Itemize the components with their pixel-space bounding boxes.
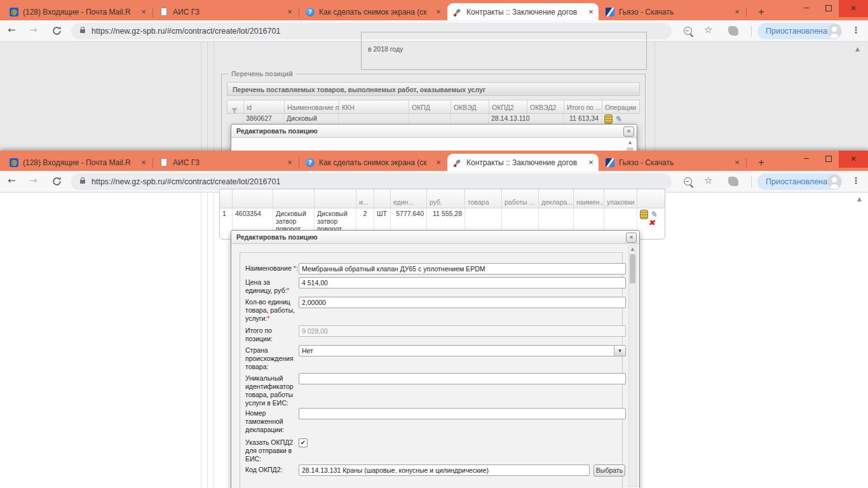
qty-input[interactable] — [299, 297, 626, 308]
col-okpd[interactable]: ОКПД — [409, 100, 451, 113]
scroll-up-icon[interactable] — [629, 246, 636, 253]
minimize-button[interactable] — [796, 0, 817, 17]
customs-input[interactable] — [299, 408, 626, 419]
restore-button[interactable] — [817, 151, 839, 168]
tab-close-icon[interactable] — [586, 7, 596, 17]
scroll-thumb[interactable] — [630, 254, 635, 283]
url-text[interactable]: https://new.gz-spb.ru/#cm/contract/creat… — [92, 27, 280, 36]
page-scroll-up-icon[interactable] — [855, 46, 860, 52]
col-pack[interactable]: упаковки — [604, 189, 637, 208]
extension-icon[interactable] — [728, 26, 738, 36]
col-okpd2[interactable]: ОКПД2 — [489, 100, 527, 113]
reload-icon[interactable] — [52, 177, 62, 189]
tab-screenshot-help[interactable]: Как сделать снимок экрана (ск — [300, 3, 446, 20]
dialog-scrollbar[interactable] — [626, 139, 634, 151]
col-name[interactable] — [315, 189, 356, 208]
avatar[interactable] — [827, 175, 841, 189]
col-total[interactable]: руб. — [427, 189, 465, 208]
col-name[interactable]: Наименование пози... — [285, 100, 339, 113]
minimize-button[interactable] — [796, 151, 817, 168]
history-icon[interactable] — [604, 114, 613, 124]
edit-pencil-icon[interactable] — [614, 115, 621, 124]
dialog-close-icon[interactable] — [623, 126, 634, 137]
back-icon[interactable]: ← — [8, 24, 16, 36]
tab-screenshot-help[interactable]: Как сделать снимок экрана (ск — [300, 154, 446, 171]
tab-close-icon[interactable] — [139, 7, 149, 17]
gavel-icon — [453, 8, 462, 17]
edit-pencil-icon[interactable] — [650, 211, 657, 219]
tab-close-icon[interactable] — [732, 7, 742, 17]
avatar[interactable] — [827, 24, 841, 38]
bookmark-star-icon[interactable] — [704, 175, 712, 186]
uid-input[interactable] — [299, 373, 626, 384]
col-okved2[interactable]: ОКВЭД2 — [527, 100, 564, 113]
tab-mailru[interactable]: (128) Входящие - Почта Mail.R — [4, 154, 151, 171]
reload-icon[interactable] — [52, 26, 62, 38]
col-qty[interactable]: и... — [356, 189, 374, 208]
tab-gyazo[interactable]: Гьязо - Скачать — [600, 154, 745, 171]
tab-close-icon[interactable] — [433, 158, 444, 168]
chevron-down-icon[interactable] — [614, 346, 625, 356]
tab-gyazo[interactable]: Гьязо - Скачать — [600, 3, 745, 20]
okpd2-input[interactable] — [299, 464, 590, 476]
col-tradename[interactable]: наимен... — [574, 189, 604, 208]
splitter-line[interactable] — [207, 193, 208, 488]
filter-funnel-icon[interactable] — [227, 100, 244, 113]
col-okved[interactable]: ОКВЭД — [451, 100, 489, 113]
bookmark-star-icon[interactable] — [704, 24, 712, 36]
name-input[interactable] — [299, 263, 626, 274]
tab-ais-gz[interactable]: АИС ГЗ — [154, 3, 297, 20]
address-bar[interactable]: https://new.gz-spb.ru/#cm/contract/creat… — [71, 173, 672, 190]
page-scroll-up-icon[interactable] — [857, 196, 862, 202]
profile-button[interactable]: Приостановлена — [757, 173, 842, 190]
extension-icon[interactable] — [728, 177, 738, 186]
choose-button[interactable]: Выбрать — [593, 464, 625, 477]
okpd2-send-checkbox[interactable] — [299, 438, 308, 447]
tab-close-icon[interactable] — [139, 158, 149, 168]
col-id[interactable] — [233, 189, 273, 208]
history-icon[interactable] — [640, 210, 648, 219]
close-button[interactable] — [839, 0, 868, 17]
col-price[interactable]: един... — [391, 189, 427, 208]
scroll-thumb[interactable] — [627, 147, 634, 151]
country-select[interactable]: Нет — [299, 345, 626, 356]
price-input[interactable] — [299, 277, 626, 288]
forward-icon[interactable]: → — [29, 175, 37, 186]
profile-button[interactable]: Приостановлена — [757, 23, 842, 39]
menu-dots-icon[interactable] — [851, 25, 860, 35]
tab-mailru[interactable]: (128) Входящие - Почта Mail.R — [4, 3, 151, 20]
col-country[interactable]: товара — [465, 189, 502, 208]
col-position[interactable] — [273, 189, 315, 208]
tab-contracts-active[interactable]: Контракты :: Заключение догов — [447, 3, 599, 20]
col-kkn[interactable]: ККН — [339, 100, 409, 113]
restore-button[interactable] — [817, 0, 839, 17]
dialog-scrollbar[interactable] — [628, 245, 637, 487]
tab-close-icon[interactable] — [433, 7, 444, 17]
back-icon[interactable]: ← — [8, 175, 16, 186]
scroll-up-icon[interactable] — [626, 139, 634, 146]
dialog-close-icon[interactable] — [626, 233, 637, 243]
tab-close-icon[interactable] — [285, 158, 295, 168]
col-id[interactable]: id — [244, 100, 285, 113]
url-text[interactable]: https://new.gz-spb.ru/#cm/contract/creat… — [92, 177, 280, 186]
forward-icon[interactable]: → — [29, 24, 37, 36]
new-tab-button[interactable] — [754, 155, 769, 170]
close-button[interactable] — [839, 151, 868, 168]
menu-dots-icon[interactable] — [851, 175, 860, 186]
tab-close-icon[interactable] — [732, 158, 742, 168]
tab-close-icon[interactable] — [586, 158, 596, 168]
splitter-line[interactable] — [207, 42, 208, 151]
zoom-out-icon[interactable] — [684, 177, 692, 186]
lock-icon[interactable] — [80, 29, 85, 33]
tab-contracts-active[interactable]: Контракты :: Заключение догов — [447, 154, 599, 171]
new-tab-button[interactable] — [754, 4, 769, 20]
col-unit[interactable] — [374, 189, 391, 208]
tab-close-icon[interactable] — [285, 7, 295, 17]
zoom-out-icon[interactable] — [684, 27, 692, 35]
delete-x-icon[interactable] — [648, 219, 655, 227]
col-work-id[interactable]: работы ... — [502, 189, 539, 208]
col-declaration[interactable]: деклара... — [539, 189, 574, 208]
col-total[interactable]: Итого по ... — [564, 100, 602, 113]
lock-icon[interactable] — [80, 180, 85, 184]
tab-ais-gz[interactable]: АИС ГЗ — [154, 154, 297, 171]
